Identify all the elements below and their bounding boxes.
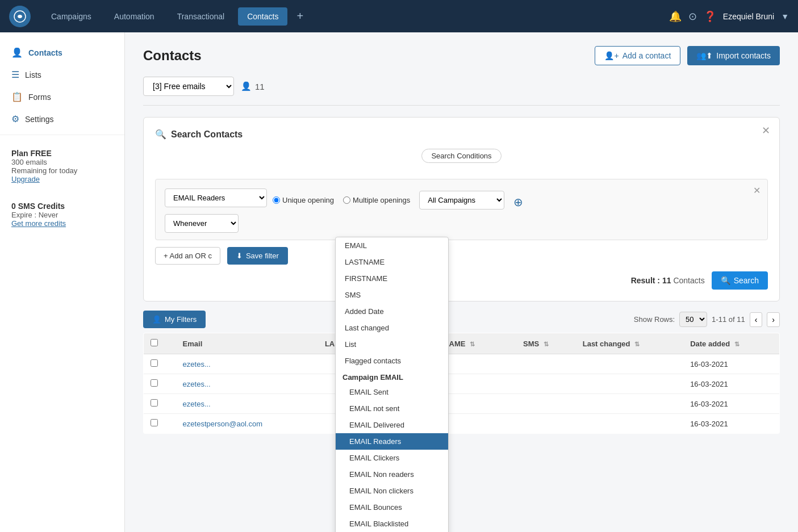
notification-icon[interactable]: 🔔 bbox=[669, 10, 682, 23]
radio-unique-input[interactable] bbox=[273, 196, 280, 204]
dropdown-item-email-sent[interactable]: EMAIL Sent bbox=[336, 384, 448, 400]
add-or-button[interactable]: + Add an OR c bbox=[155, 247, 220, 265]
contacts-table: Email LASTNAME ⇅ FIRSTNAME ⇅ SMS ⇅ bbox=[143, 333, 780, 434]
dropdown-item-email-delivered[interactable]: EMAIL Delivered bbox=[336, 417, 448, 433]
table-toolbar: 👤 My Filters Show Rows: 50 1-11 of 11 ‹ … bbox=[143, 311, 780, 328]
dropdown-item-flagged[interactable]: Flagged contacts bbox=[336, 353, 448, 369]
table-toolbar-right: Show Rows: 50 1-11 of 11 ‹ › bbox=[634, 312, 780, 327]
contact-count-value: 11 bbox=[255, 82, 265, 91]
question-circle-icon[interactable]: ⊙ bbox=[688, 10, 697, 23]
sidebar-item-contacts[interactable]: 👤 Contacts bbox=[0, 41, 124, 64]
filter-type-dropdown: EMAIL LASTNAME FIRSTNAME SMS Added Date … bbox=[335, 237, 449, 532]
email-cell[interactable]: ezetes... bbox=[183, 360, 211, 368]
table-header: Email LASTNAME ⇅ FIRSTNAME ⇅ SMS ⇅ bbox=[144, 333, 780, 354]
filter-actions: + Add an OR c ⬇ Save filter bbox=[155, 247, 768, 265]
add-contact-button[interactable]: 👤+ Add a contact bbox=[595, 46, 680, 65]
row-checkbox[interactable] bbox=[151, 379, 158, 387]
dropdown-item-firstname[interactable]: FIRSTNAME bbox=[336, 270, 448, 287]
email-cell[interactable]: ezetes... bbox=[183, 400, 211, 408]
dropdown-item-email-non-readers[interactable]: EMAIL Non readers bbox=[336, 466, 448, 483]
date-added-cell: 16-03-2021 bbox=[683, 394, 779, 414]
save-icon: ⬇ bbox=[236, 252, 243, 260]
sms-section: 0 SMS Credits Expire : Never Get more cr… bbox=[0, 192, 124, 237]
col-date-added[interactable]: Date added ⇅ bbox=[683, 333, 779, 354]
next-page-button[interactable]: › bbox=[767, 312, 780, 327]
dropdown-item-sms[interactable]: SMS bbox=[336, 287, 448, 303]
dropdown-item-added-date[interactable]: Added Date bbox=[336, 303, 448, 320]
sms-cell bbox=[516, 354, 576, 374]
person-icon: 👤 bbox=[11, 47, 23, 58]
save-filter-button[interactable]: ⬇ Save filter bbox=[227, 247, 288, 265]
filter-type-select[interactable]: EMAIL Readers bbox=[165, 188, 267, 207]
form-icon: 📋 bbox=[11, 91, 23, 102]
dropdown-item-email-readers[interactable]: EMAIL Readers bbox=[336, 433, 448, 450]
dropdown-item-email-blacklisted[interactable]: EMAIL Blacklisted bbox=[336, 516, 448, 532]
upgrade-link[interactable]: Upgrade bbox=[11, 175, 40, 183]
nav-contacts[interactable]: Contacts bbox=[238, 7, 287, 26]
nav-transactional[interactable]: Transactional bbox=[168, 7, 234, 26]
page-header: Contacts 👤+ Add a contact 👥⬆ Import cont… bbox=[143, 46, 780, 65]
radio-multiple-label[interactable]: Multiple openings bbox=[343, 196, 410, 204]
col-last-changed[interactable]: Last changed ⇅ bbox=[576, 333, 683, 354]
user-menu[interactable]: Ezequiel Bruni bbox=[723, 12, 774, 21]
sidebar-item-forms[interactable]: 📋 Forms bbox=[0, 86, 124, 108]
help-icon[interactable]: ❓ bbox=[704, 10, 716, 23]
last-changed-cell bbox=[576, 374, 683, 394]
sms-cell bbox=[516, 374, 576, 394]
dropdown-item-email-clickers[interactable]: EMAIL Clickers bbox=[336, 450, 448, 466]
contact-count: 👤 11 bbox=[241, 81, 265, 91]
list-select-dropdown[interactable]: [3] Free emails bbox=[143, 77, 234, 96]
dropdown-item-lastname[interactable]: LASTNAME bbox=[336, 254, 448, 270]
app-logo[interactable] bbox=[9, 6, 31, 27]
search-conditions-badge: Search Conditions bbox=[421, 149, 501, 163]
rows-select[interactable]: 50 bbox=[679, 312, 707, 327]
nav-right-section: 🔔 ⊙ ❓ Ezequiel Bruni ▼ bbox=[669, 10, 789, 23]
dropdown-item-last-changed[interactable]: Last changed bbox=[336, 320, 448, 336]
sms-cell bbox=[516, 414, 576, 434]
last-changed-cell bbox=[576, 354, 683, 374]
remove-filter-button[interactable]: ✕ bbox=[753, 185, 761, 196]
last-changed-cell bbox=[576, 394, 683, 414]
nav-campaigns[interactable]: Campaigns bbox=[42, 7, 101, 26]
plan-name: Plan FREE bbox=[11, 149, 113, 158]
table-row: ezetes... 16-03-2021 bbox=[144, 374, 780, 394]
radio-unique-label[interactable]: Unique opening bbox=[273, 196, 334, 204]
col-email[interactable]: Email bbox=[176, 333, 318, 354]
user-dropdown-icon[interactable]: ▼ bbox=[781, 12, 789, 21]
sidebar-settings-label: Settings bbox=[25, 115, 54, 124]
sidebar-item-settings[interactable]: ⚙ Settings bbox=[0, 108, 124, 130]
row-checkbox[interactable] bbox=[151, 419, 158, 426]
dateadded-sort-icon: ⇅ bbox=[734, 341, 739, 347]
prev-page-button[interactable]: ‹ bbox=[750, 312, 763, 327]
nav-automation[interactable]: Automation bbox=[105, 7, 164, 26]
get-credits-link[interactable]: Get more credits bbox=[11, 219, 66, 228]
campaign-select[interactable]: All Campaigns bbox=[419, 191, 504, 210]
table-row: ezetestperson@aol.com 16-03-2021 bbox=[144, 414, 780, 434]
dropdown-item-email-non-clickers[interactable]: EMAIL Non clickers bbox=[336, 483, 448, 499]
main-layout: 👤 Contacts ☰ Lists 📋 Forms ⚙ Settings Pl… bbox=[0, 32, 798, 532]
email-cell[interactable]: ezetes... bbox=[183, 380, 211, 388]
sidebar-item-lists[interactable]: ☰ Lists bbox=[0, 64, 124, 86]
row-checkbox[interactable] bbox=[151, 359, 158, 367]
date-added-cell: 16-03-2021 bbox=[683, 374, 779, 394]
select-all-checkbox[interactable] bbox=[151, 339, 158, 346]
dropdown-item-list[interactable]: List bbox=[336, 336, 448, 353]
search-button[interactable]: 🔍 Search bbox=[712, 271, 768, 290]
dropdown-item-email-not-sent[interactable]: EMAIL not sent bbox=[336, 400, 448, 417]
dropdown-item-email-bounces[interactable]: EMAIL Bounces bbox=[336, 499, 448, 516]
sidebar-lists-label: Lists bbox=[25, 70, 41, 79]
dropdown-item-email[interactable]: EMAIL bbox=[336, 237, 448, 254]
my-filters-button[interactable]: 👤 My Filters bbox=[143, 311, 206, 328]
when-select[interactable]: Whenever bbox=[165, 214, 239, 233]
pagination-text: 1-11 of 11 bbox=[712, 315, 745, 324]
col-sms[interactable]: SMS ⇅ bbox=[516, 333, 576, 354]
nav-add-icon[interactable]: + bbox=[292, 7, 308, 25]
firstname-sort-icon: ⇅ bbox=[470, 341, 475, 347]
radio-multiple-input[interactable] bbox=[343, 196, 350, 204]
import-contacts-button[interactable]: 👥⬆ Import contacts bbox=[687, 46, 780, 65]
row-checkbox[interactable] bbox=[151, 399, 158, 407]
filter-icon: 👤 bbox=[152, 315, 161, 324]
close-search-button[interactable]: ✕ bbox=[762, 124, 770, 137]
add-condition-button[interactable]: ⊕ bbox=[513, 192, 523, 209]
email-cell[interactable]: ezetestperson@aol.com bbox=[183, 420, 262, 428]
